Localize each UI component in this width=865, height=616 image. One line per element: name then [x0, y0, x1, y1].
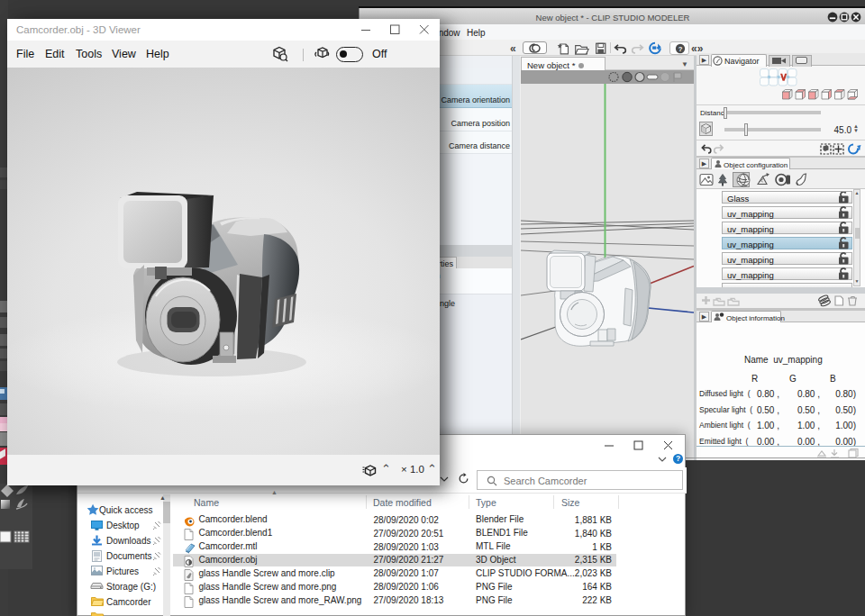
svg-text:?: ?: [678, 45, 683, 53]
